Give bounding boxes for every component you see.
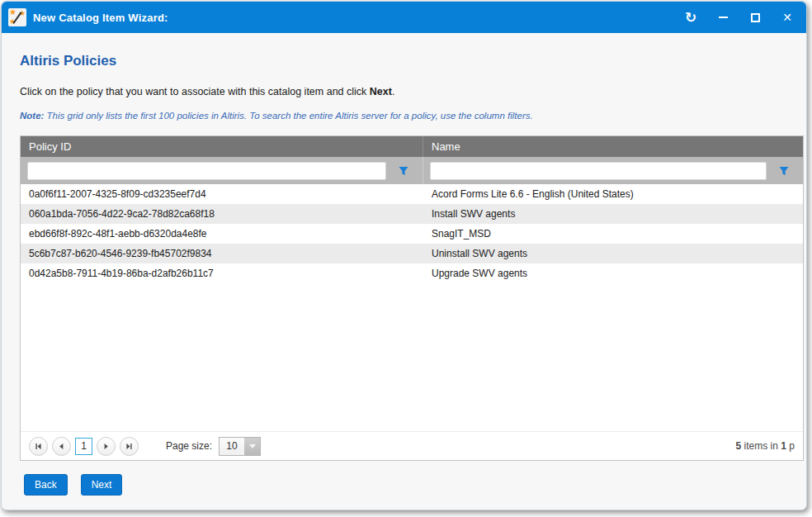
refresh-icon[interactable]: ↻ (680, 7, 701, 27)
grid-header-row: Policy ID Name (21, 136, 803, 157)
last-page-button[interactable] (120, 437, 139, 456)
wizard-footer: Back Next (24, 474, 788, 496)
policy-name-cell: Uninstall SWV agents (423, 248, 803, 259)
back-button[interactable]: Back (24, 474, 68, 496)
first-page-icon (35, 443, 42, 450)
first-page-button[interactable] (29, 437, 48, 456)
column-header-policy-id[interactable]: Policy ID (21, 136, 423, 157)
name-filter-input[interactable] (430, 162, 767, 180)
table-row[interactable]: 5c6b7c87-b620-4546-9239-fb45702f9834 Uni… (21, 244, 803, 263)
wizard-window: ★ ★ ★ New Catalog Item Wizard: ↻ ✕ Altir… (1, 1, 807, 510)
policy-name-cell: Upgrade SWV agents (423, 268, 803, 279)
wizard-app-icon: ★ ★ ★ (8, 8, 26, 26)
window-titlebar: ★ ★ ★ New Catalog Item Wizard: ↻ ✕ (2, 2, 806, 33)
page-number-button[interactable]: 1 (75, 438, 92, 455)
policies-grid: Policy ID Name (20, 135, 804, 461)
window-title: New Catalog Item Wizard: (33, 12, 168, 24)
policy-id-filter-button[interactable] (391, 161, 416, 181)
star-icon: ★ (9, 8, 17, 17)
previous-page-button[interactable] (52, 437, 71, 456)
name-filter-cell (423, 157, 803, 184)
window-controls: ↻ ✕ (680, 7, 798, 27)
items-summary-tail: p (786, 440, 795, 452)
column-header-name[interactable]: Name (423, 136, 803, 157)
grid-rows: 0a0f6f11-2007-4325-8f09-cd3235eef7d4 Aco… (21, 184, 803, 283)
name-filter-button[interactable] (772, 161, 796, 181)
grid-empty-area (21, 283, 803, 431)
table-row[interactable]: 0a0f6f11-2007-4325-8f09-cd3235eef7d4 Aco… (21, 184, 803, 204)
stage: ★ ★ ★ New Catalog Item Wizard: ↻ ✕ Altir… (0, 0, 812, 517)
minimize-icon[interactable] (712, 7, 734, 27)
page-size-value: 10 (220, 438, 244, 455)
filter-icon (398, 165, 409, 177)
close-icon[interactable]: ✕ (777, 7, 798, 27)
wizard-body: Altiris Policies Click on the policy tha… (2, 33, 806, 510)
maximize-icon[interactable] (744, 7, 766, 27)
policy-name-cell: Acord Forms Lite 6.6 - English (United S… (423, 188, 803, 200)
instruction-text: Click on the policy that you want to ass… (20, 86, 788, 97)
instruction-prefix: Click on the policy that you want to ass… (20, 86, 370, 97)
instruction-next-emphasis: Next (370, 86, 392, 97)
table-row[interactable]: 0d42a5b8-7911-4b19-86ba-d2afb26b11c7 Upg… (21, 263, 803, 283)
next-page-button[interactable] (97, 437, 116, 456)
last-page-icon (125, 443, 133, 450)
note-text: Note: This grid only lists the first 100… (20, 111, 788, 121)
filter-icon (778, 165, 790, 177)
policy-id-cell: 5c6b7c87-b620-4546-9239-fb45702f9834 (21, 248, 423, 259)
note-body: This grid only lists the first 100 polic… (44, 111, 532, 121)
policy-id-cell: 0d42a5b8-7911-4b19-86ba-d2afb26b11c7 (21, 268, 423, 279)
page-title: Altiris Policies (20, 53, 788, 69)
page-size-dropdown[interactable]: 10 (219, 437, 261, 456)
policy-id-filter-input[interactable] (27, 162, 386, 180)
chevron-down-icon (244, 438, 260, 455)
policy-id-filter-cell (21, 157, 423, 184)
policy-name-cell: Install SWV agents (423, 208, 803, 220)
pages-count: 1 (781, 440, 786, 452)
grid-filter-row (21, 157, 803, 184)
policy-id-cell: 060a1bda-7056-4d22-9ca2-78d82ca68f18 (21, 208, 423, 220)
table-row[interactable]: ebd66f8f-892c-48f1-aebb-d6320da4e8fe Sna… (21, 224, 803, 244)
grid-pager: 1 Page size: 10 (21, 431, 803, 460)
policy-id-cell: 0a0f6f11-2007-4325-8f09-cd3235eef7d4 (21, 188, 423, 200)
next-page-icon (102, 443, 110, 450)
policy-name-cell: SnagIT_MSD (423, 228, 803, 240)
table-row[interactable]: 060a1bda-7056-4d22-9ca2-78d82ca68f18 Ins… (21, 204, 803, 224)
policy-id-cell: ebd66f8f-892c-48f1-aebb-d6320da4e8fe (21, 228, 423, 240)
page-size-label: Page size: (166, 440, 212, 452)
items-summary: 5 items in 1 p (736, 440, 795, 452)
items-summary-mid: items in (741, 440, 781, 452)
instruction-suffix: . (392, 86, 394, 97)
previous-page-icon (58, 443, 65, 450)
next-button[interactable]: Next (81, 474, 123, 496)
note-label: Note: (20, 111, 44, 121)
